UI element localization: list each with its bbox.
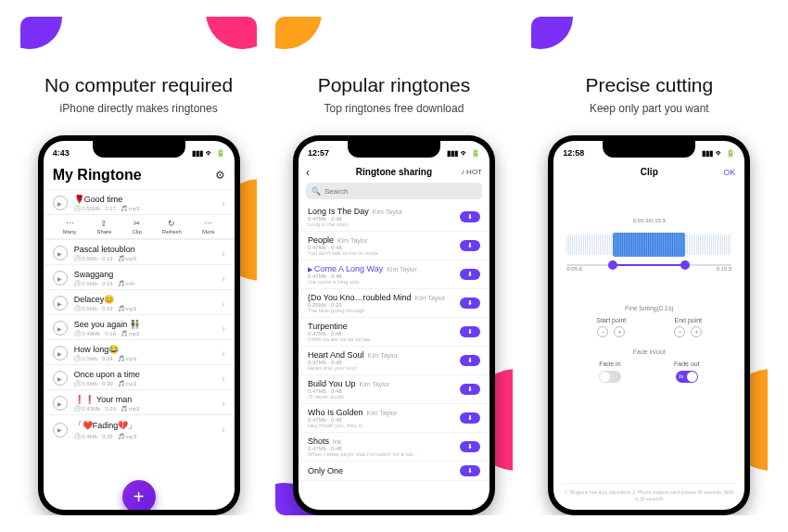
song-title: Only One — [308, 466, 454, 475]
song-item[interactable]: Heart And SoulKim Taylor0.47Mb · 0:48Hea… — [299, 347, 489, 375]
download-button[interactable]: ⬇ — [460, 269, 480, 280]
song-title: ▶Come A Long WayKim Taylor — [308, 264, 454, 273]
ringtone-item[interactable]: ▶See you again 👫🕒 0.49Mb · 0:16 · 🎵 mp3› — [44, 314, 235, 339]
download-button[interactable]: ⬇ — [460, 441, 480, 452]
slider-knob-end[interactable] — [680, 260, 690, 270]
wave-selection[interactable] — [613, 233, 685, 257]
ringtone-meta: 🕒 0.45Mb · 0:29 · 🎵 mp3 — [74, 405, 216, 412]
download-button[interactable]: ⬇ — [460, 384, 480, 395]
ringtone-title: 「❤️Fading💔」 — [74, 420, 216, 432]
wifi-icon: ᯤ — [206, 149, 213, 158]
song-item[interactable]: PeopleKim Taylor0.47Mb · 0:48You don't t… — [299, 232, 489, 260]
toolbar-clip[interactable]: ✂Clip — [132, 219, 141, 234]
ringtone-item[interactable]: ▶Delacey😊🕒 0.5Mb · 0:33 · 🎵 mp3› — [44, 289, 235, 314]
play-icon[interactable]: ▶ — [53, 271, 68, 285]
action-toolbar: ⋯Many⇪Share✂Clip↻Refresh⋯More — [44, 214, 235, 239]
ringtone-item[interactable]: ▶Pascal letoublon🕒 0.5Mb · 0:13 · 🎵 mp3› — [44, 239, 235, 264]
slider-knob-start[interactable] — [608, 260, 617, 270]
toolbar-many[interactable]: ⋯Many — [63, 219, 77, 234]
play-icon[interactable]: ▶ — [53, 296, 68, 310]
song-item[interactable]: ShotsInk0.47Mb · 0:48When I keep sayin' … — [299, 433, 489, 462]
search-input[interactable] — [324, 187, 477, 196]
ringtone-item[interactable]: ▶Once upon a time🕒 0.5Mb · 0:30 · 🎵 mp3› — [44, 364, 235, 389]
fade-section-label: Fade in/out — [553, 348, 744, 355]
song-title: Turpentine — [308, 322, 454, 331]
wave-time-mid: 0:05.9/0:15.3 — [633, 218, 666, 223]
battery-icon: 🔋 — [726, 149, 735, 158]
end-plus-button[interactable]: + — [691, 326, 702, 337]
search-icon: 🔍 — [311, 187, 321, 196]
add-button[interactable]: + — [122, 480, 156, 510]
end-minus-button[interactable]: − — [674, 326, 685, 337]
chevron-right-icon: › — [222, 298, 224, 309]
song-item[interactable]: ▶Come A Long WayKim Taylor0.47Mb · 0:48I… — [299, 260, 489, 289]
chevron-right-icon: › — [222, 374, 224, 384]
download-button[interactable]: ⬇ — [460, 211, 480, 222]
download-button[interactable]: ⬇ — [460, 412, 480, 424]
ringtone-item[interactable]: ▶🌹Good time🕒 0.55Mb · 0:17 · 🎵 mp3› — [44, 189, 235, 214]
download-button[interactable]: ⬇ — [460, 326, 480, 337]
chevron-right-icon: › — [222, 348, 224, 359]
ringtone-title: 🌹Good time — [74, 195, 216, 204]
song-lyric: Long is the story — [308, 222, 454, 227]
download-button[interactable]: ⬇ — [460, 240, 480, 251]
song-title: Build You UpKim Taylor — [308, 379, 454, 388]
play-icon[interactable]: ▶ — [53, 346, 68, 361]
start-point-control: Start point − + — [596, 317, 626, 337]
ringtone-item[interactable]: ▶「❤️Fading💔」🕒 0.4Mb · 0:33 · 🎵 mp3› — [44, 414, 235, 442]
download-button[interactable]: ⬇ — [460, 355, 480, 366]
song-title: (Do You Kno…roubled MindKim Taylor — [308, 293, 454, 302]
start-plus-button[interactable]: + — [614, 326, 625, 337]
ringtone-item[interactable]: ▶❗❗ Your man🕒 0.45Mb · 0:29 · 🎵 mp3› — [44, 389, 235, 414]
waveform-editor[interactable]: 0:05.9/0:15.3 0:05.6 0:15.5 — [566, 214, 731, 288]
ringtone-title: See you again 👫 — [74, 320, 216, 329]
fade-out-toggle[interactable]: 2s — [676, 371, 698, 383]
ringtone-item[interactable]: ▶How long😂🕒 0.5Mb · 0:24 · 🎵 mp3› — [44, 339, 235, 364]
search-field[interactable]: 🔍 — [306, 183, 482, 199]
download-button[interactable]: ⬇ — [460, 465, 480, 476]
phone-mockup: 12:58 ▮▮▮ ᯤ 🔋 Clip OK 0:05.9/0:15.3 — [548, 135, 750, 515]
notch — [348, 141, 440, 158]
fade-in-toggle[interactable] — [599, 371, 621, 383]
play-icon[interactable]: ▶ — [53, 321, 68, 336]
ringtone-list[interactable]: ▶Pascal letoublon🕒 0.5Mb · 0:13 · 🎵 mp3›… — [44, 239, 235, 510]
song-artist: Kim Taylor — [387, 266, 417, 272]
range-slider[interactable] — [566, 264, 731, 266]
song-item[interactable]: Long Is The DayKim Taylor0.47Mb · 0:48Lo… — [299, 203, 489, 232]
play-icon[interactable]: ▶ — [53, 246, 68, 260]
hot-button[interactable]: ♪ HOT — [461, 168, 482, 176]
promo-panel-3: Precise cutting Keep only part you want … — [531, 17, 768, 515]
gear-icon[interactable]: ⚙ — [215, 169, 225, 182]
play-icon[interactable]: ▶ — [53, 371, 68, 386]
play-icon[interactable]: ▶ — [53, 196, 68, 210]
fade-in-label: Fade in — [599, 361, 620, 367]
back-button[interactable]: ‹ — [306, 166, 310, 179]
battery-icon: 🔋 — [216, 149, 225, 158]
ringtone-item[interactable]: ▶Swaggang🕒 0.5Mb · 0:14 · 🎵 m4r› — [44, 264, 235, 289]
song-list[interactable]: Long Is The DayKim Taylor0.47Mb · 0:48Lo… — [299, 203, 489, 510]
download-button[interactable]: ⬇ — [460, 298, 480, 309]
toolbar-icon: ⋯ — [66, 219, 74, 228]
toolbar-share[interactable]: ⇪Share — [96, 219, 111, 234]
panel-subhead: Keep only part you want — [590, 102, 709, 115]
song-item[interactable]: Build You UpKim Taylor0.47Mb · 0:48I'll … — [299, 375, 489, 404]
ok-button[interactable]: OK — [723, 168, 735, 177]
ringtone-title: Delacey😊 — [74, 295, 216, 304]
end-point-control: End point − + — [674, 317, 702, 337]
song-item[interactable]: Turpentine0.47Mb · 0:48Ohhh da lee da da… — [299, 318, 489, 347]
song-item[interactable]: (Do You Kno…roubled MindKim Taylor0.25Mb… — [299, 289, 489, 318]
song-title: Long Is The DayKim Taylor — [308, 207, 454, 216]
song-item[interactable]: Only One⬇ — [299, 462, 489, 481]
toolbar-more[interactable]: ⋯More — [202, 219, 215, 234]
wave-time-start: 0:05.6 — [566, 266, 582, 272]
play-icon[interactable]: ▶ — [53, 423, 68, 437]
song-title: ShotsInk — [308, 437, 454, 446]
song-lyric: I've come a long way — [308, 279, 454, 285]
song-artist: Kim Taylor — [367, 410, 398, 416]
nav-title: Ringtone sharing — [356, 167, 432, 177]
chevron-right-icon: › — [222, 198, 224, 209]
start-minus-button[interactable]: − — [597, 326, 608, 337]
play-icon[interactable]: ▶ — [53, 396, 68, 411]
toolbar-refresh[interactable]: ↻Refresh — [162, 219, 182, 234]
song-item[interactable]: Who Is GoldenKim Taylor0.47Mb · 0:48Hey … — [299, 404, 489, 433]
